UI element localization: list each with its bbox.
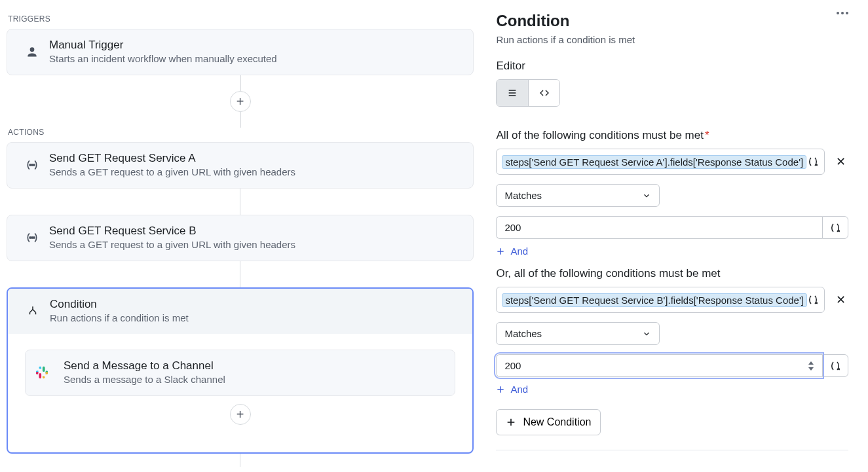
editor-list-button[interactable]: [497, 80, 528, 106]
add-step-button[interactable]: +: [230, 91, 251, 112]
branch-icon: [20, 305, 46, 317]
chevron-down-icon: [642, 191, 651, 200]
new-condition-label: New Condition: [523, 416, 591, 428]
action-b-title: Send GET Request Service B: [49, 225, 295, 238]
variable-picker-icon[interactable]: [807, 156, 819, 168]
svg-point-0: [30, 47, 35, 52]
http-icon: [19, 158, 45, 172]
http-icon: [19, 231, 45, 244]
trigger-title: Manual Trigger: [49, 39, 277, 52]
remove-condition-button[interactable]: ✕: [833, 149, 848, 175]
svg-point-4: [31, 236, 33, 238]
condition-group-1-label: All of the following conditions must be …: [496, 129, 848, 142]
value-text: 200: [504, 222, 521, 233]
slack-icon: [35, 365, 64, 380]
condition-2-operator-select[interactable]: Matches: [496, 322, 660, 345]
svg-marker-12: [808, 361, 814, 365]
condition-1-value-input[interactable]: 200 ▲▼: [496, 216, 822, 239]
condition-group-2-label: Or, all of the following conditions must…: [496, 267, 848, 280]
person-icon: [19, 45, 45, 58]
svg-point-6: [33, 236, 35, 238]
panel-subtitle: Run actions if a condition is met: [496, 34, 848, 45]
operator-value: Matches: [504, 328, 542, 339]
slack-title: Send a Message to a Channel: [64, 359, 225, 372]
svg-point-3: [33, 164, 35, 165]
slack-sub: Sends a message to a Slack channel: [64, 374, 225, 385]
condition-1-expression[interactable]: steps['Send GET Request Service A'].fiel…: [496, 149, 825, 175]
trigger-sub: Starts an incident workflow when manuall…: [49, 53, 277, 64]
condition-title: Condition: [50, 298, 189, 311]
and-label: And: [510, 245, 528, 257]
editor-code-button[interactable]: [528, 80, 559, 106]
add-inner-step-button[interactable]: +: [230, 404, 251, 425]
svg-point-5: [29, 236, 31, 238]
condition-card[interactable]: Condition Run actions if a condition is …: [7, 287, 474, 454]
actions-label: ACTIONS: [7, 128, 474, 137]
divider: [496, 450, 848, 450]
new-condition-button[interactable]: New Condition: [496, 409, 601, 435]
variable-picker-button[interactable]: [822, 354, 848, 377]
more-icon[interactable]: [837, 12, 848, 14]
variable-picker-button[interactable]: [822, 216, 848, 239]
slack-card[interactable]: Send a Message to a Channel Sends a mess…: [25, 350, 455, 396]
action-a-title: Send GET Request Service A: [49, 152, 295, 165]
add-and-button[interactable]: And: [496, 245, 848, 257]
operator-value: Matches: [504, 190, 542, 201]
condition-sub: Run actions if a condition is met: [50, 312, 189, 323]
panel-title: Condition: [496, 12, 569, 30]
chevron-down-icon: [642, 329, 651, 338]
triggers-label: TRIGGERS: [7, 14, 474, 24]
action-card-a[interactable]: Send GET Request Service A Sends a GET r…: [7, 142, 474, 189]
add-and-button[interactable]: And: [496, 384, 848, 395]
svg-marker-13: [808, 367, 814, 371]
svg-point-2: [29, 164, 31, 165]
variable-picker-icon[interactable]: [807, 294, 819, 306]
editor-label: Editor: [496, 60, 848, 73]
svg-point-1: [31, 164, 33, 165]
stepper-icon[interactable]: [808, 361, 814, 371]
remove-condition-button[interactable]: ✕: [833, 287, 848, 313]
condition-2-expression[interactable]: steps['Send GET Request Service B'].fiel…: [496, 287, 825, 313]
expression-token: steps['Send GET Request Service A'].fiel…: [502, 155, 806, 169]
editor-mode-toggle[interactable]: [496, 79, 560, 107]
value-text: 200: [504, 360, 521, 371]
condition-1-operator-select[interactable]: Matches: [496, 184, 660, 207]
and-label: And: [510, 384, 528, 395]
expression-token: steps['Send GET Request Service B'].fiel…: [502, 293, 807, 307]
action-a-sub: Sends a GET request to a given URL with …: [49, 166, 295, 177]
action-card-b[interactable]: Send GET Request Service B Sends a GET r…: [7, 215, 474, 261]
condition-2-value-input[interactable]: 200: [496, 354, 822, 377]
action-b-sub: Sends a GET request to a given URL with …: [49, 239, 295, 250]
trigger-card[interactable]: Manual Trigger Starts an incident workfl…: [7, 29, 474, 75]
